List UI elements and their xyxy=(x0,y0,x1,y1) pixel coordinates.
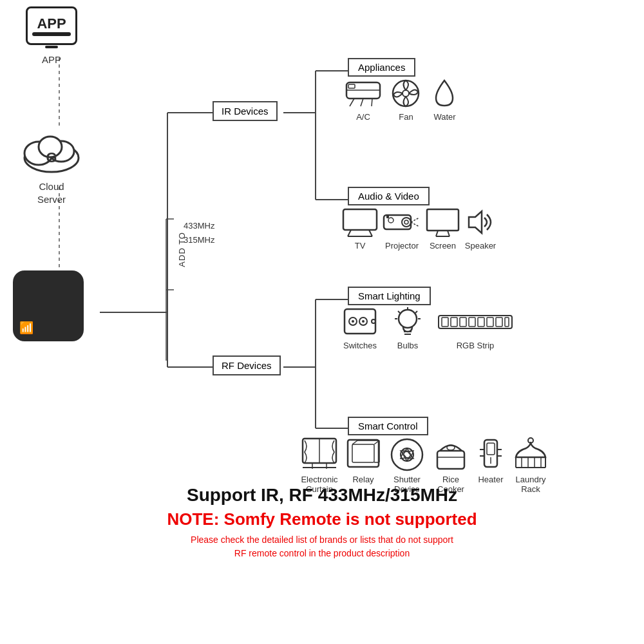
laundry-rack-icon xyxy=(512,437,549,472)
projector-icon xyxy=(382,206,422,238)
bulbs-label: Bulbs xyxy=(397,341,419,350)
tablet-bottom xyxy=(32,32,71,36)
device-section: 📶 xyxy=(13,270,84,341)
bulbs-icon xyxy=(392,306,424,338)
svg-rect-65 xyxy=(478,317,484,327)
fan-item: Fan xyxy=(388,77,424,122)
svg-rect-62 xyxy=(451,317,457,327)
speaker-label: Speaker xyxy=(465,241,496,251)
svg-point-39 xyxy=(388,218,393,223)
cloud-label: Cloud Server xyxy=(37,180,66,205)
svg-rect-67 xyxy=(496,317,502,327)
svg-line-57 xyxy=(415,311,417,313)
tv-item: TV xyxy=(341,206,379,251)
rgb-strip-item: RGB Strip xyxy=(437,306,514,350)
cloud-section: G Cloud Server xyxy=(19,129,84,205)
water-label: Water xyxy=(433,112,455,122)
svg-rect-75 xyxy=(352,444,374,462)
svg-point-50 xyxy=(352,320,354,323)
svg-rect-68 xyxy=(505,317,509,327)
water-item: Water xyxy=(430,77,459,122)
ir-devices-label: IR Devices xyxy=(213,101,278,121)
svg-rect-61 xyxy=(442,317,448,327)
speaker-icon xyxy=(464,206,497,238)
svg-line-38 xyxy=(411,222,419,227)
svg-line-31 xyxy=(348,230,351,236)
rgb-strip-label: RGB Strip xyxy=(457,341,495,350)
svg-rect-41 xyxy=(427,209,459,231)
appliances-label: Appliances xyxy=(348,58,415,77)
speaker-item: Speaker xyxy=(464,206,497,251)
app-label: APP xyxy=(42,54,61,65)
smart-control-label: Smart Control xyxy=(348,417,428,435)
svg-line-37 xyxy=(411,218,419,222)
heater-icon xyxy=(475,437,507,472)
svg-point-52 xyxy=(399,310,417,328)
relay-label: Relay xyxy=(352,475,374,484)
svg-point-51 xyxy=(362,320,365,323)
svg-point-35 xyxy=(402,218,411,227)
svg-point-29 xyxy=(402,90,409,97)
svg-point-81 xyxy=(392,439,422,470)
svg-line-56 xyxy=(398,311,400,313)
shutter-icon xyxy=(387,437,427,472)
bulbs-item: Bulbs xyxy=(392,306,424,350)
svg-point-36 xyxy=(404,220,408,224)
wifi-icon: 📶 xyxy=(19,321,33,335)
rgb-strip-icon xyxy=(437,306,514,338)
note-text: NOTE: Somfy Remote is not supported xyxy=(0,509,644,529)
av-devices-row: TV Projector Screen xyxy=(341,206,497,251)
switches-label: Switches xyxy=(343,341,377,350)
support-text: Support IR, RF 433MHz/315MHz xyxy=(0,485,644,506)
heater-item: Heater xyxy=(475,437,507,484)
svg-rect-63 xyxy=(460,317,466,327)
svg-line-32 xyxy=(369,230,372,236)
ac-label: A/C xyxy=(356,112,370,122)
audio-video-label: Audio & Video xyxy=(348,187,430,205)
svg-line-25 xyxy=(350,99,354,106)
svg-rect-24 xyxy=(348,84,355,88)
smart-lighting-label: Smart Lighting xyxy=(348,287,431,305)
svg-rect-91 xyxy=(487,443,495,455)
screen-icon xyxy=(425,206,460,238)
bottom-text-area: Support IR, RF 433MHz/315MHz NOTE: Somfy… xyxy=(0,485,644,560)
svg-rect-64 xyxy=(469,317,475,327)
svg-line-26 xyxy=(361,99,363,106)
svg-line-42 xyxy=(436,231,438,236)
curtain-icon xyxy=(299,437,339,472)
rice-cooker-icon xyxy=(432,437,469,472)
svg-rect-83 xyxy=(437,451,464,469)
svg-line-27 xyxy=(372,99,372,106)
lighting-devices-row: Switches Bulbs xyxy=(341,306,514,350)
tv-label: TV xyxy=(355,241,366,251)
svg-point-49 xyxy=(372,319,375,323)
screen-label: Screen xyxy=(430,241,456,251)
cloud-svg: G xyxy=(19,129,84,177)
projector-label: Projector xyxy=(385,241,419,251)
svg-rect-66 xyxy=(487,317,493,327)
svg-rect-30 xyxy=(343,209,377,230)
device-box: 📶 xyxy=(13,270,84,341)
app-icon: APP xyxy=(26,6,77,45)
appliances-devices-row: A/C Fan Water xyxy=(345,77,459,122)
tv-icon xyxy=(341,206,379,238)
rf-devices-label: RF Devices xyxy=(213,355,281,375)
app-icon-text: APP xyxy=(37,15,66,32)
app-section: APP APP xyxy=(26,6,77,65)
svg-text:G: G xyxy=(46,149,57,166)
ac-item: A/C xyxy=(345,77,382,122)
relay-item: Relay xyxy=(345,437,382,484)
main-container: APP APP G Cloud Server 📶 IR Devices RF xyxy=(0,0,644,644)
screen-item: Screen xyxy=(425,206,460,251)
svg-point-28 xyxy=(393,80,419,106)
heater-label: Heater xyxy=(478,475,503,484)
fan-label: Fan xyxy=(399,112,413,122)
switches-item: Switches xyxy=(341,306,379,350)
projector-item: Projector xyxy=(382,206,422,251)
ac-icon xyxy=(345,77,382,109)
desc-text: Please check the detailed list of brands… xyxy=(0,533,644,560)
svg-rect-40 xyxy=(386,215,389,218)
svg-line-43 xyxy=(448,231,450,236)
svg-marker-45 xyxy=(469,211,482,233)
water-icon xyxy=(430,77,459,109)
